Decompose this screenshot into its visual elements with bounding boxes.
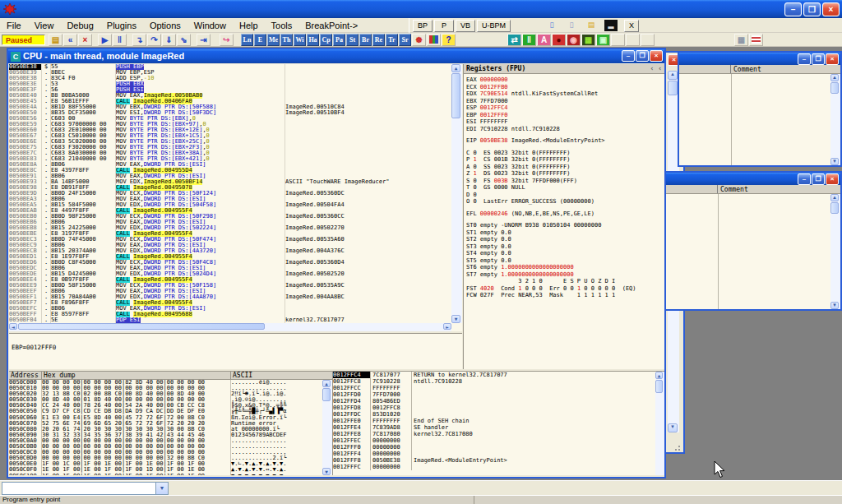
disassembly-vscrollbar[interactable]: ▲ ▼ — [451, 64, 462, 323]
disasm-row[interactable]: 0050BE40.B8 B0BA5000MOV EAX,ImageRed.005… — [9, 93, 451, 99]
toolbar-button-pa[interactable]: Pa — [333, 34, 345, 46]
disasm-row[interactable]: 0050BEDE.8B15 D4245000MOV EDX,DWORD PTR … — [9, 271, 451, 277]
help-icon[interactable]: ? — [442, 34, 456, 46]
menu-plugins[interactable]: Plugins — [100, 20, 143, 31]
register-line[interactable]: FCW 027F Prec NEAR,53 Mask 1 1 1 1 1 1 — [466, 292, 664, 299]
disasm-row[interactable]: 0050BEF7.E8 F896F8FFCALL ImageRed.004955… — [9, 300, 451, 306]
minimize-button[interactable]: – — [784, 2, 802, 16]
pluginbar-button-p[interactable]: P — [434, 20, 454, 32]
stack-row[interactable]: 0012FFDC853D1020 — [333, 411, 655, 418]
memory-map-icon[interactable]: ▦ — [581, 34, 595, 46]
pluginbar-button-u-bpm[interactable]: U-BPM — [477, 20, 511, 32]
menu-help[interactable]: Help — [233, 20, 265, 31]
stack-row[interactable]: 0012FFCCFFFFFFFF — [333, 385, 655, 391]
open-folder-icon[interactable]: ▤ — [585, 20, 598, 31]
disasm-row[interactable]: 0050BE83.C683 21040000 00MOV BYTE PTR DS… — [9, 156, 451, 162]
chevron-down-icon[interactable]: ▼ — [155, 483, 168, 494]
minimize-button[interactable]: – — [798, 53, 811, 65]
registers-header-buttons[interactable]: ‹ ‹ — [650, 64, 662, 73]
toolbar-button-tr[interactable]: Tr — [386, 34, 398, 46]
register-line[interactable]: EDI 7C910228 ntdll.7C910228 — [466, 126, 664, 133]
stack-row[interactable]: 0012FFD80012FFC8 — [333, 405, 655, 411]
close-icon[interactable]: × — [826, 173, 839, 185]
register-line[interactable]: 3 2 1 0 E S P U O Z D I — [466, 278, 664, 285]
disasm-row[interactable]: 0050BE7C.C683 8A030000 00MOV BYTE PTR DS… — [9, 150, 451, 156]
maximize-button[interactable]: ❐ — [636, 50, 649, 62]
maximize-button[interactable]: ❐ — [812, 53, 825, 65]
stack-row[interactable]: 0012FFE0FFFFFFFFEnd of SEH chain — [333, 418, 655, 424]
execute-till-return-icon[interactable]: ⇥ — [197, 34, 210, 46]
disasm-row[interactable]: 0050BED1.E8 1E97F8FFCALL ImageRed.004955… — [9, 254, 451, 260]
restart-icon[interactable]: « — [63, 34, 77, 46]
register-line[interactable]: EAX 00000000 — [466, 76, 664, 84]
toolbar-button-e[interactable]: E — [254, 34, 266, 46]
app-titlebar[interactable]: – ❐ × — [0, 0, 842, 18]
register-line[interactable]: D 0 — [466, 192, 664, 199]
disasm-row[interactable]: 0050BEB8.8B15 24225000MOV EDX,DWORD PTR … — [9, 225, 451, 231]
disasm-row[interactable]: 0050BE60.C683 2E010000 00MOV BYTE PTR DS… — [9, 127, 451, 133]
register-line[interactable]: C 0 ES 0023 32bit 0(FFFFFFFF) — [466, 150, 664, 157]
disasm-row[interactable]: 0050BE38$55PUSH EBP — [9, 64, 451, 70]
resize-grip[interactable] — [674, 443, 682, 451]
animate-over-icon[interactable]: ⇘ — [177, 34, 191, 46]
register-line[interactable]: ST1 empty 0.0 — [466, 229, 664, 237]
disasm-row[interactable]: 0050BE9D.8B0D 24F15000MOV ECX,DWORD PTR … — [9, 191, 451, 197]
stack-row[interactable]: 0012FFD48054B6ED — [333, 398, 655, 405]
cpu-window-titlebar[interactable]: C CPU - main thread, module ImageRed – ❐… — [8, 49, 664, 63]
register-line[interactable]: S 0 FS 003B 32bit 7FFDF000(FFF) — [466, 178, 664, 185]
open-file-icon[interactable]: ▤ — [49, 34, 62, 46]
register-line[interactable]: O 0 LastErr ERROR_SUCCESS (00000000) — [466, 198, 664, 206]
analyze-icon[interactable]: A — [537, 34, 551, 46]
disasm-row[interactable]: 0050BE3F.56PUSH ESI — [9, 87, 451, 93]
disasm-row[interactable]: 0050BE93.BA 14BF5000MOV EDX,ImageRed.005… — [9, 179, 451, 185]
register-line[interactable]: EBP 0012FFF0 — [466, 112, 664, 119]
menu-tools[interactable]: Tools — [265, 20, 299, 31]
disasm-row[interactable]: 0050BE8A.8B06MOV EAX,DWORD PTR DS:[ESI] — [9, 162, 451, 168]
menu-debug[interactable]: Debug — [60, 20, 99, 31]
disasm-row[interactable]: 0050BECB.8B15 20374A00MOV EDX,DWORD PTR … — [9, 248, 451, 254]
scrollbar[interactable]: ▲ ▼ — [830, 74, 840, 165]
run-icon[interactable]: ▶ — [98, 34, 112, 46]
stack-vscrollbar[interactable]: ▲ — [655, 372, 664, 475]
disasm-row[interactable]: 0050BE67.C683 C5010000 00MOV BYTE PTR DS… — [9, 133, 451, 139]
comment-window-2-titlebar[interactable]: – ❐ × — [666, 173, 840, 185]
stack-row[interactable]: 0012FFE87C817080kernel32.7C817080 — [333, 431, 655, 437]
toolbar-button-st[interactable]: St — [346, 34, 359, 46]
disasm-row[interactable]: 0050BE4A.8B1D 88F55000MOV EBX,DWORD PTR … — [9, 104, 451, 110]
disasm-row[interactable]: 0050BE91.8B06MOV EAX,DWORD PTR DS:[ESI] — [9, 173, 451, 179]
stack-row[interactable]: 0012FFF400000000 — [333, 451, 655, 457]
hexdump-vscrollbar[interactable]: ▲ ▼ — [322, 380, 332, 475]
close-icon[interactable]: × — [650, 50, 663, 62]
toolbar-button-re[interactable]: Re — [372, 34, 385, 46]
register-line[interactable]: EIP 0050BE38 ImageRed.<ModuleEntryPoint> — [466, 137, 664, 145]
disasm-row[interactable]: 0050BEFF.E8 8597F8FFCALL ImageRed.004956… — [9, 312, 451, 317]
register-line[interactable]: EBX 7FFD7000 — [466, 98, 664, 105]
window-list-icon[interactable]: ▣ — [596, 34, 610, 46]
disasm-row[interactable]: 0050BE8C.E8 4397F8FFCALL ImageRed.004955… — [9, 168, 451, 173]
disasm-row[interactable]: 0050BEAB.E8 4497F8FFCALL ImageRed.004955… — [9, 208, 451, 214]
register-line[interactable]: T 0 GS 0000 NULL — [466, 184, 664, 192]
stack-row[interactable]: 0012FFD07FFD7000 — [333, 391, 655, 398]
stack-row[interactable]: 0012FFE47C839AD8SE handler — [333, 424, 655, 431]
appearance-icon[interactable] — [427, 34, 441, 46]
grid-icon[interactable]: ▦ — [734, 34, 748, 46]
info-pane[interactable]: EBP=0012FFF0 — [9, 333, 462, 369]
info-window-icon[interactable]: ▯ — [565, 20, 578, 31]
pluginbar-close-button[interactable]: X — [624, 20, 639, 32]
register-line[interactable]: EDX 7C90E514 ntdll.KiFastSystemCallRet — [466, 90, 664, 98]
disasm-row[interactable]: 0050BEB0.8B0D 98F25000MOV ECX,DWORD PTR … — [9, 214, 451, 220]
disasm-row[interactable]: 0050BED6.8B0D C8F45000MOV ECX,DWORD PTR … — [9, 260, 451, 266]
disasm-row[interactable]: 0050BE59.C683 97000000 00MOV BYTE PTR DS… — [9, 122, 451, 127]
maximize-button[interactable]: ❐ — [812, 173, 825, 185]
menu-options[interactable]: Options — [143, 20, 187, 31]
step-over-icon[interactable]: ↷ — [147, 34, 161, 46]
minimize-button[interactable]: – — [798, 173, 811, 185]
disasm-row[interactable]: 0050BE56.C603 00MOV BYTE PTR DS:[EBX],0 — [9, 116, 451, 122]
command-combobox[interactable]: ▼ — [2, 482, 169, 495]
toolbar-button-th[interactable]: Th — [280, 34, 293, 46]
close-button[interactable]: × — [822, 2, 840, 16]
console-icon[interactable]: ▂ — [604, 20, 618, 31]
disassembly-hscrollbar[interactable]: ◄ ► — [9, 323, 451, 331]
close-program-icon[interactable]: × — [78, 34, 92, 46]
register-line[interactable]: ECX 0012FFB0 — [466, 84, 664, 91]
